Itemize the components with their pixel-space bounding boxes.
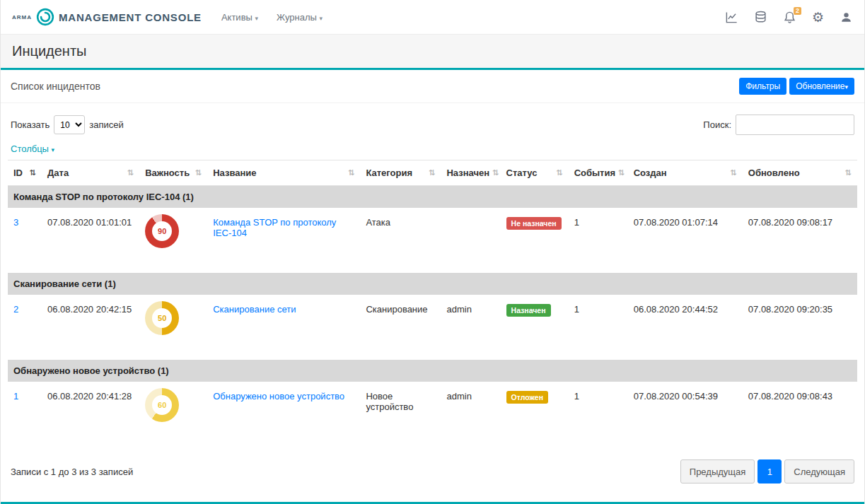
incident-name-link[interactable]: Обнаружено новое устройство [213, 391, 344, 402]
incident-name-link[interactable]: Команда STOP по протоколу IEC-104 [213, 217, 336, 238]
group-header: Обнаружено новое устройство (1) [8, 360, 857, 382]
incident-category: Сканирование [360, 295, 441, 360]
header-category[interactable]: Категория⇅ [360, 160, 441, 186]
app-root: ARMA MANAGEMENT CONSOLE Активы ▾ Журналы… [0, 0, 865, 504]
incident-events: 1 [569, 382, 628, 447]
chart-icon[interactable] [725, 11, 738, 24]
table-footer: Записи с 1 до 3 из 3 записей Предыдущая … [1, 447, 864, 495]
columns-button[interactable]: Столбцы ▾ [11, 143, 54, 154]
status-badge: Не назначен [506, 217, 562, 230]
incident-events: 1 [569, 208, 628, 273]
header-status[interactable]: Статус⇅ [501, 160, 569, 186]
menu-logs[interactable]: Журналы ▾ [277, 12, 323, 23]
page-header: Инциденты [1, 34, 864, 68]
gear-icon[interactable]: ⚙ [812, 11, 824, 24]
header-severity[interactable]: Важность⇅ [139, 160, 207, 186]
header-assigned[interactable]: Назначен⇅ [441, 160, 500, 186]
menu-assets[interactable]: Активы ▾ [221, 12, 258, 23]
pagination-page-1[interactable]: 1 [757, 459, 782, 484]
header-updated[interactable]: Обновлено⇅ [743, 160, 857, 186]
navbar: ARMA MANAGEMENT CONSOLE Активы ▾ Журналы… [1, 0, 864, 34]
table-header-row: ID⇅ Дата⇅ Важность⇅ Название⇅ Категория⇅… [8, 160, 857, 186]
incident-updated: 07.08.2020 09:08:43 [743, 382, 857, 447]
pagination-next[interactable]: Следующая [784, 459, 854, 484]
sort-icon: ⇅ [845, 168, 852, 177]
pagination-previous[interactable]: Предыдущая [680, 459, 755, 484]
header-created[interactable]: Создан⇅ [628, 160, 743, 186]
sort-icon: ⇅ [492, 168, 499, 177]
incident-date: 07.08.2020 01:01:01 [42, 208, 139, 273]
card-header: Список инцидентов Фильтры Обновление▾ [1, 70, 864, 103]
nav-icons: 2 ⚙ [725, 11, 853, 24]
sort-icon: ⇅ [348, 168, 354, 177]
severity-donut: 60 [145, 388, 179, 422]
header-date[interactable]: Дата⇅ [42, 160, 139, 186]
page-size-select[interactable]: 10 [54, 115, 85, 134]
status-badge: Отложен [506, 391, 548, 404]
header-events[interactable]: События⇅ [569, 160, 628, 186]
severity-donut: 90 [145, 214, 179, 248]
incident-id-link[interactable]: 3 [13, 217, 18, 228]
incident-category: Атака [360, 208, 441, 273]
table-row: 1 06.08.2020 20:41:28 60 Обнаружено ново… [8, 382, 857, 447]
incident-created: 07.08.2020 00:54:39 [628, 382, 743, 447]
arma-swirl-icon [36, 8, 54, 26]
sort-icon: ⇅ [731, 168, 737, 177]
incident-id-link[interactable]: 1 [13, 391, 18, 402]
incident-date: 06.08.2020 20:42:15 [42, 295, 139, 360]
incidents-table: ID⇅ Дата⇅ Важность⇅ Название⇅ Категория⇅… [8, 160, 857, 447]
incident-created: 06.08.2020 20:44:52 [628, 295, 743, 360]
arma-logo: ARMA MANAGEMENT CONSOLE [12, 8, 202, 26]
nav-menu: Активы ▾ Журналы ▾ [221, 12, 323, 23]
sort-icon: ⇅ [618, 168, 625, 177]
incident-category: Новое устройство [360, 382, 441, 447]
incident-name-link[interactable]: Сканирование сети [213, 304, 296, 315]
brand-title: MANAGEMENT CONSOLE [59, 11, 202, 23]
refresh-button[interactable]: Обновление▾ [789, 78, 854, 95]
incident-updated: 07.08.2020 09:08:17 [743, 208, 857, 273]
user-icon[interactable] [840, 11, 853, 24]
incident-updated: 07.08.2020 09:20:35 [743, 295, 857, 360]
chevron-down-icon: ▾ [255, 15, 259, 22]
group-header: Команда STOP по протоколу IEC-104 (1) [8, 186, 857, 209]
incident-date: 06.08.2020 20:41:28 [42, 382, 139, 447]
incident-events: 1 [569, 295, 628, 360]
incident-assigned: admin [441, 295, 500, 360]
chevron-down-icon: ▾ [319, 15, 323, 22]
page-title: Инциденты [12, 43, 853, 59]
records-info: Записи с 1 до 3 из 3 записей [11, 467, 133, 477]
sort-icon: ⇅ [556, 168, 562, 177]
sort-icon: ⇅ [429, 168, 435, 177]
incident-id-link[interactable]: 2 [13, 304, 18, 315]
group-header: Сканирование сети (1) [8, 273, 857, 295]
bell-icon[interactable]: 2 [783, 11, 796, 24]
pagination: Предыдущая 1 Следующая [680, 459, 854, 484]
status-badge: Назначен [506, 304, 551, 317]
arma-logo-text: ARMA [12, 14, 32, 20]
severity-donut: 50 [145, 301, 179, 335]
filters-button[interactable]: Фильтры [739, 78, 786, 95]
show-label-before: Показать [11, 119, 50, 130]
header-id[interactable]: ID⇅ [8, 160, 42, 186]
database-icon[interactable] [754, 11, 767, 24]
table-row: 2 06.08.2020 20:42:15 50 Сканирование се… [8, 295, 857, 360]
notification-badge: 2 [794, 7, 801, 16]
incident-assigned: admin [441, 382, 500, 447]
search-label: Поиск: [703, 119, 731, 130]
header-name[interactable]: Название⇅ [207, 160, 360, 186]
show-label-after: записей [89, 119, 123, 130]
sort-icon: ⇅ [127, 168, 134, 177]
incident-created: 07.08.2020 01:07:14 [628, 208, 743, 273]
card-title: Список инцидентов [11, 81, 100, 92]
table-row: 3 07.08.2020 01:01:01 90 Команда STOP по… [8, 208, 857, 273]
table-controls: Показать 10 записей Поиск: [1, 103, 864, 143]
sort-icon: ⇅ [30, 168, 36, 177]
sort-icon: ⇅ [195, 168, 202, 177]
search-input[interactable] [736, 115, 854, 135]
incident-assigned [441, 208, 500, 273]
